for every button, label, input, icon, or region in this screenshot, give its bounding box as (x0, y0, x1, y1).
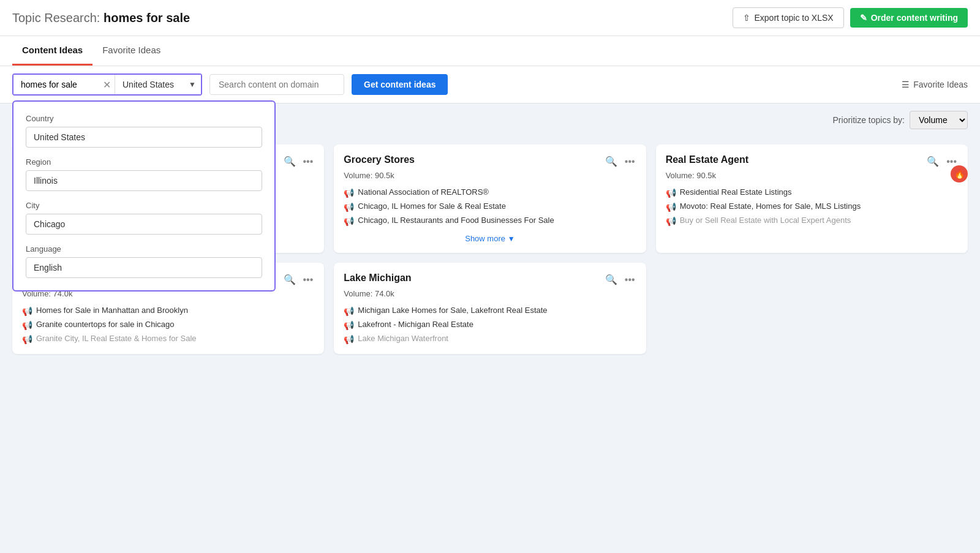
toolbar: ✕ United States United Kingdom Canada ▼ … (0, 66, 980, 103)
subtopics-list: 📢National Association of REALTORS® 📢Chic… (344, 187, 636, 226)
country-input[interactable] (26, 127, 262, 148)
fav-label: Favorite Ideas (913, 80, 968, 89)
search-icon-btn[interactable]: 🔍 (925, 154, 940, 168)
subtopics-list: 📢Michigan Lake Homes for Sale, Lakefront… (344, 306, 636, 344)
clear-search-button[interactable]: ✕ (99, 75, 115, 94)
location-dropdown-panel: Country Region City Language (12, 100, 276, 292)
list-item: 📢Lake Michigan Waterfront (344, 334, 636, 344)
card-actions: 🔍 ••• (604, 273, 636, 287)
speaker-icon: 📢 (666, 188, 676, 198)
tabs-bar: Content Ideas Favorite Ideas (0, 36, 980, 66)
card-header: Real Estate Agent 🔍 ••• (666, 154, 958, 168)
card-volume: Volume: 90.5k (344, 171, 636, 180)
region-field-group: Region (26, 157, 262, 191)
card-grocery-stores: Grocery Stores 🔍 ••• Volume: 90.5k 📢Nati… (334, 145, 646, 253)
card-header: Grocery Stores 🔍 ••• (344, 154, 636, 168)
list-item: 📢Movoto: Real Estate, Homes for Sale, ML… (666, 201, 958, 212)
card-volume: Volume: 90.5k (666, 171, 958, 180)
page-title: Topic Research: homes for sale (12, 11, 190, 25)
speaker-icon-muted: 📢 (666, 216, 676, 226)
city-label: City (26, 201, 262, 210)
export-button[interactable]: ⇧ Export topic to XLSX (733, 7, 843, 28)
export-icon: ⇧ (743, 13, 750, 23)
prioritize-section: Prioritize topics by: Volume Difficulty (833, 111, 968, 129)
country-select-wrapper: United States United Kingdom Canada ▼ (115, 75, 201, 94)
card-title: Real Estate Agent (666, 154, 748, 165)
card-lake-michigan: Lake Michigan 🔍 ••• Volume: 74.0k 📢Michi… (334, 263, 646, 354)
volume-select[interactable]: Volume Difficulty (910, 111, 968, 129)
list-item: 📢Buy or Sell Real Estate with Local Expe… (666, 216, 958, 226)
search-icon-btn[interactable]: 🔍 (282, 154, 297, 168)
page-title-static: Topic Research: (12, 11, 100, 24)
domain-search-input[interactable] (209, 74, 344, 95)
order-label: Order content writing (871, 13, 958, 23)
speaker-icon: 📢 (344, 188, 354, 198)
order-content-button[interactable]: ✎ Order content writing (850, 8, 968, 28)
language-field-group: Language (26, 244, 262, 278)
speaker-icon: 📢 (344, 306, 354, 316)
top-bar: Topic Research: homes for sale ⇧ Export … (0, 0, 980, 36)
speaker-icon: 📢 (666, 202, 676, 212)
favorite-ideas-link[interactable]: ☰ Favorite Ideas (902, 80, 968, 89)
topic-search-wrapper: ✕ United States United Kingdom Canada ▼ (12, 73, 202, 96)
city-field-group: City (26, 201, 262, 235)
card-actions: 🔍 ••• (282, 273, 315, 287)
list-item: 📢Homes for Sale in Manhattan and Brookly… (22, 306, 314, 316)
list-item: 📢Lakefront - Michigan Real Estate (344, 320, 636, 330)
more-options-btn[interactable]: ••• (302, 155, 315, 168)
subtopics-list: 📢Homes for Sale in Manhattan and Brookly… (22, 306, 314, 344)
page-title-topic: homes for sale (104, 11, 190, 24)
list-item: 📢Michigan Lake Homes for Sale, Lakefront… (344, 306, 636, 316)
search-icon-btn[interactable]: 🔍 (282, 273, 297, 287)
language-input[interactable] (26, 257, 262, 278)
card-header: Lake Michigan 🔍 ••• (344, 273, 636, 287)
speaker-icon-muted: 📢 (344, 334, 354, 344)
list-item: 📢Granite City, IL Real Estate & Homes fo… (22, 334, 314, 344)
get-content-ideas-button[interactable]: Get content ideas (352, 74, 448, 95)
region-label: Region (26, 157, 262, 167)
export-label: Export topic to XLSX (754, 13, 833, 23)
card-volume: Volume: 74.0k (344, 289, 636, 298)
show-more-link[interactable]: Show more (465, 234, 505, 243)
card-title: Lake Michigan (344, 273, 411, 284)
top-actions: ⇧ Export topic to XLSX ✎ Order content w… (733, 7, 968, 28)
get-ideas-label: Get content ideas (364, 80, 435, 89)
card-actions: 🔍 ••• (604, 154, 636, 168)
country-label: Country (26, 114, 262, 123)
card-real-estate-agent: Real Estate Agent 🔍 ••• Volume: 90.5k 📢R… (656, 145, 968, 253)
list-item: 📢Granite countertops for sale in Chicago (22, 320, 314, 330)
prioritize-label: Prioritize topics by: (833, 115, 905, 125)
list-icon: ☰ (902, 80, 910, 89)
list-item: 📢Residential Real Estate Listings (666, 187, 958, 198)
tab-content-ideas[interactable]: Content Ideas (12, 36, 92, 66)
more-options-btn[interactable]: ••• (624, 273, 636, 287)
more-options-btn[interactable]: ••• (624, 155, 636, 168)
card-title: Grocery Stores (344, 154, 415, 165)
country-select[interactable]: United States United Kingdom Canada (115, 75, 201, 94)
more-options-btn[interactable]: ••• (302, 273, 315, 287)
region-input[interactable] (26, 170, 262, 191)
city-input[interactable] (26, 214, 262, 235)
tab-favorite-ideas[interactable]: Favorite Ideas (92, 36, 170, 66)
language-label: Language (26, 244, 262, 254)
list-item: 📢National Association of REALTORS® (344, 187, 636, 198)
topic-search-input[interactable] (13, 75, 99, 94)
speaker-icon: 📢 (344, 216, 354, 226)
speaker-icon: 📢 (22, 306, 32, 316)
speaker-icon: 📢 (344, 320, 354, 330)
list-item: 📢Chicago, IL Restaurants and Food Busine… (344, 216, 636, 226)
subtopics-list: 📢Residential Real Estate Listings 📢Movot… (666, 187, 958, 226)
speaker-icon: 📢 (344, 202, 354, 212)
speaker-icon-muted: 📢 (22, 334, 32, 344)
show-more[interactable]: Show more ▼ (344, 233, 636, 243)
fire-badge: 🔥 (951, 165, 968, 182)
card-actions: 🔍 ••• (925, 154, 958, 168)
list-item: 📢Chicago, IL Homes for Sale & Real Estat… (344, 201, 636, 212)
speaker-icon: 📢 (22, 320, 32, 330)
country-field-group: Country (26, 114, 262, 148)
search-icon-btn[interactable]: 🔍 (604, 154, 619, 168)
edit-icon: ✎ (860, 13, 867, 23)
search-icon-btn[interactable]: 🔍 (604, 273, 619, 287)
card-actions: 🔍 ••• (282, 154, 315, 168)
